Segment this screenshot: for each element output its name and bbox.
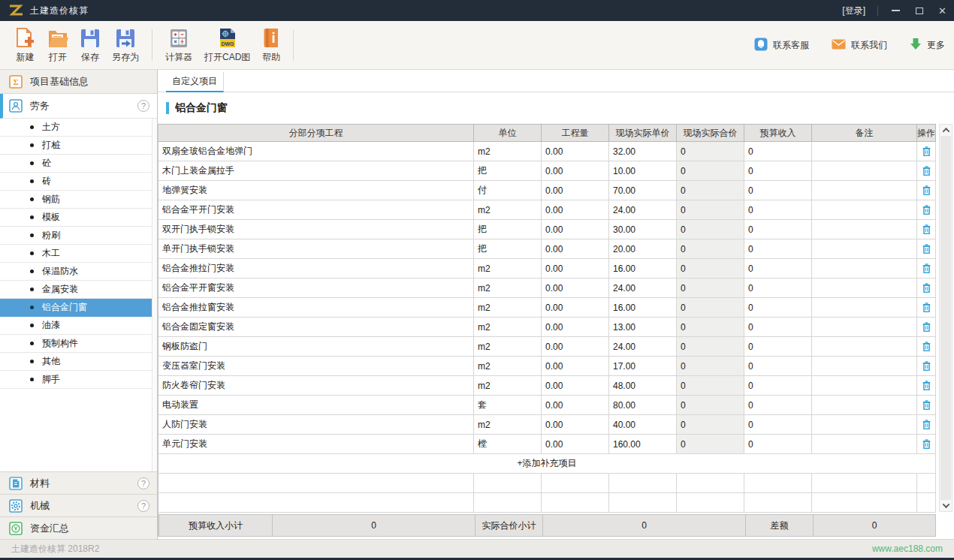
scroll-thumb[interactable] [940,136,951,500]
note-cell[interactable] [812,220,917,239]
quantity-cell[interactable]: 0.00 [542,337,609,357]
note-cell[interactable] [812,435,917,454]
quantity-cell[interactable]: 0.00 [542,239,609,259]
sidebar-item-木工[interactable]: 木工 [0,245,152,263]
budget-income-cell[interactable]: 0 [744,161,812,181]
trash-icon[interactable] [922,185,931,195]
sidebar-item-预制构件[interactable]: 预制构件 [0,335,152,353]
sidebar-item-保温防水[interactable]: 保温防水 [0,263,152,281]
trash-icon[interactable] [922,166,931,176]
vertical-scrollbar[interactable] [939,124,952,512]
sidebar-item-脚手[interactable]: 脚手 [0,371,152,389]
trash-icon[interactable] [922,439,931,449]
unit-price-cell[interactable]: 10.00 [609,161,677,181]
note-cell[interactable] [812,200,917,220]
quantity-cell[interactable]: 0.00 [542,396,609,415]
note-cell[interactable] [812,376,917,396]
note-cell[interactable] [812,278,917,298]
unit-price-cell[interactable]: 48.00 [609,376,677,396]
note-cell[interactable] [812,357,917,376]
new-button[interactable]: 新建 [9,23,41,67]
quantity-cell[interactable]: 0.00 [542,298,609,318]
budget-income-cell[interactable]: 0 [744,337,812,357]
sidebar-item-粉刷[interactable]: 粉刷 [0,227,152,245]
quantity-cell[interactable]: 0.00 [542,259,609,278]
more-button[interactable]: 更多 [910,38,945,53]
budget-income-cell[interactable]: 0 [744,220,812,239]
note-cell[interactable] [812,415,917,435]
unit-price-cell[interactable]: 160.00 [609,435,677,454]
budget-income-cell[interactable]: 0 [744,200,812,220]
trash-icon[interactable] [922,342,931,351]
budget-income-cell[interactable]: 0 [744,376,812,396]
tab-custom-project[interactable]: 自定义项目 [166,72,224,92]
minimize-button[interactable] [884,0,907,21]
unit-price-cell[interactable]: 24.00 [609,278,677,298]
sidebar-item-砼[interactable]: 砼 [0,155,152,173]
trash-icon[interactable] [922,381,931,390]
note-cell[interactable] [812,239,917,259]
save-button[interactable]: 保存 [74,23,106,67]
help-button[interactable]: 帮助 [256,23,286,67]
sidebar-section-material[interactable]: 材料 ? [0,471,157,494]
trash-icon[interactable] [922,146,931,156]
budget-income-cell[interactable]: 0 [744,181,812,200]
unit-price-cell[interactable]: 17.00 [609,357,677,376]
note-cell[interactable] [812,142,917,161]
quantity-cell[interactable]: 0.00 [542,161,609,181]
scroll-down-button[interactable] [940,500,952,511]
trash-icon[interactable] [922,244,931,254]
sidebar-item-模板[interactable]: 模板 [0,209,152,227]
budget-income-cell[interactable]: 0 [744,396,812,415]
budget-income-cell[interactable]: 0 [744,239,812,259]
unit-price-cell[interactable]: 30.00 [609,220,677,239]
unit-price-cell[interactable]: 32.00 [609,142,677,161]
quantity-cell[interactable]: 0.00 [542,415,609,435]
help-circle-icon[interactable]: ? [137,100,149,112]
sidebar-item-油漆[interactable]: 油漆 [0,317,152,335]
quantity-cell[interactable]: 0.00 [542,220,609,239]
calculator-button[interactable]: 计算器 [159,23,198,67]
note-cell[interactable] [812,318,917,337]
trash-icon[interactable] [922,400,931,410]
trash-icon[interactable] [922,263,931,273]
open-button[interactable]: 打开 [41,23,74,67]
sidebar-item-金属安装[interactable]: 金属安装 [0,281,152,299]
quantity-cell[interactable]: 0.00 [542,357,609,376]
unit-price-cell[interactable]: 24.00 [609,200,677,220]
trash-icon[interactable] [922,224,931,234]
sidebar-item-钢筋[interactable]: 钢筋 [0,191,152,209]
quantity-cell[interactable]: 0.00 [542,435,609,454]
trash-icon[interactable] [922,361,931,371]
contact-support-button[interactable]: 联系客服 [754,38,809,53]
quantity-cell[interactable]: 0.00 [542,278,609,298]
trash-icon[interactable] [922,420,931,429]
sidebar-item-砖[interactable]: 砖 [0,173,152,191]
sidebar-item-土方[interactable]: 土方 [0,119,152,137]
open-cad-button[interactable]: DWG 打开CAD图 [198,23,256,67]
budget-income-cell[interactable]: 0 [744,435,812,454]
sidebar-section-machinery[interactable]: 机械 ? [0,494,157,516]
sidebar-section-labor[interactable]: 劳务 ? [0,94,157,119]
sidebar-item-铝合金门窗[interactable]: 铝合金门窗 [0,299,152,317]
contact-us-button[interactable]: 联系我们 [832,39,887,52]
quantity-cell[interactable]: 0.00 [542,200,609,220]
sidebar-item-其他[interactable]: 其他 [0,353,152,371]
unit-price-cell[interactable]: 70.00 [609,181,677,200]
budget-income-cell[interactable]: 0 [744,357,812,376]
save-as-button[interactable]: 另存为 [106,23,145,67]
trash-icon[interactable] [922,322,931,332]
budget-income-cell[interactable]: 0 [744,259,812,278]
unit-price-cell[interactable]: 20.00 [609,239,677,259]
maximize-button[interactable] [907,0,931,21]
note-cell[interactable] [812,259,917,278]
unit-price-cell[interactable]: 80.00 [609,396,677,415]
website-link[interactable]: www.aec188.com [872,543,943,554]
sidebar-section-funds-summary[interactable]: 资金汇总 [0,516,157,539]
quantity-cell[interactable]: 0.00 [542,181,609,200]
budget-income-cell[interactable]: 0 [744,142,812,161]
scroll-up-button[interactable] [940,125,952,136]
trash-icon[interactable] [922,303,931,312]
budget-income-cell[interactable]: 0 [744,318,812,337]
unit-price-cell[interactable]: 13.00 [609,318,677,337]
